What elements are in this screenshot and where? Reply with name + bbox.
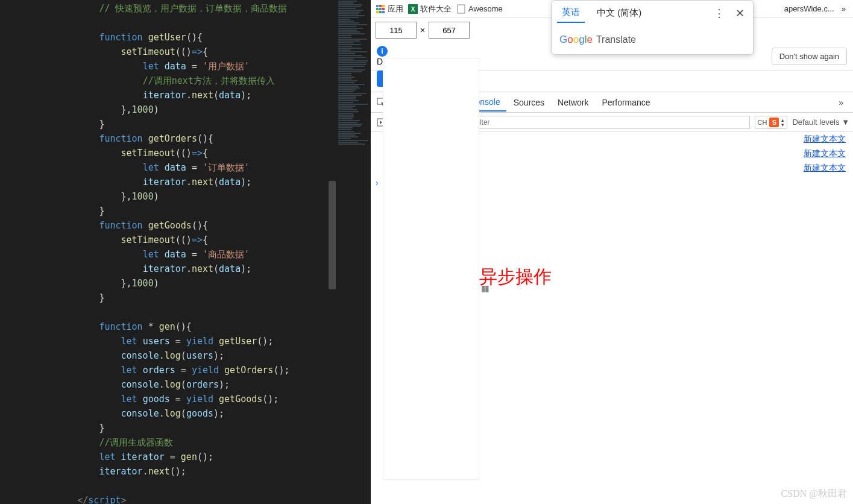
code-line[interactable]: } [34, 291, 371, 305]
code-area[interactable]: // 快速预览，用户数据，订单数据，商品数据 function getUser(… [29, 0, 371, 504]
code-line[interactable] [34, 479, 371, 493]
bookmark-overflow-icon[interactable]: » [839, 4, 848, 13]
translate-tab-chinese[interactable]: 中文 (简体) [592, 4, 646, 22]
svg-rect-0 [376, 5, 379, 7]
svg-rect-8 [382, 11, 385, 13]
code-line[interactable]: setTimeout(()=>{ [34, 45, 371, 59]
code-line[interactable]: function getGoods(){ [34, 218, 371, 233]
tab-performance[interactable]: Performance [596, 94, 656, 111]
code-line[interactable]: iterator.next(data); [34, 175, 371, 189]
code-line[interactable]: } [34, 117, 371, 131]
code-line[interactable]: setTimeout(()=>{ [34, 146, 371, 160]
code-line[interactable]: function getOrders(){ [34, 131, 371, 146]
code-line[interactable]: //调用生成器函数 [34, 435, 371, 450]
log-source-link[interactable]: 新建文本文 [804, 163, 846, 174]
svg-rect-4 [379, 8, 382, 10]
svg-rect-2 [382, 5, 385, 7]
tab-sources[interactable]: Sources [508, 94, 550, 111]
translate-menu-icon[interactable]: ⋮ [714, 7, 725, 20]
ime-indicator[interactable]: CH S ▴▾ [755, 116, 788, 129]
sogou-icon: S [769, 118, 779, 127]
bookmark-label: 应用 [388, 4, 403, 14]
code-line[interactable]: function * gen(){ [34, 320, 371, 334]
svg-rect-6 [376, 11, 379, 13]
info-icon: i [377, 46, 388, 57]
editor-gutter [0, 0, 29, 504]
bookmark-awesome[interactable]: Awesome [456, 4, 503, 14]
code-line[interactable]: let data = '用户数据' [34, 59, 371, 74]
code-line[interactable]: } [34, 421, 371, 435]
translate-close-icon[interactable]: ✕ [732, 7, 748, 20]
bookmark-apps[interactable]: 应用 [376, 4, 403, 14]
code-line[interactable]: },1000) [34, 189, 371, 204]
code-line[interactable]: //调用next方法，并将数据传入 [34, 74, 371, 88]
code-line[interactable]: </script> [34, 493, 371, 504]
bookmark-software[interactable]: X 软件大全 [408, 4, 452, 14]
translate-tab-english[interactable]: 英语 [557, 3, 585, 23]
log-source-link[interactable]: 新建文本文 [804, 134, 846, 145]
split-handle-icon[interactable]: ▮▮ [481, 283, 488, 293]
code-line[interactable]: console.log(orders); [34, 377, 371, 392]
bookmark-papers[interactable]: apersWide.c... [784, 4, 834, 13]
code-line[interactable]: setTimeout(()=>{ [34, 233, 371, 247]
code-line[interactable]: function getUser(){ [34, 30, 371, 45]
page-icon [456, 4, 466, 14]
page-preview [383, 58, 479, 480]
code-line[interactable] [34, 16, 371, 30]
code-line[interactable]: console.log(goods); [34, 406, 371, 421]
levels-selector[interactable]: Default levels ▼ [792, 118, 849, 127]
log-source-link[interactable]: 新建文本文 [804, 148, 846, 159]
svg-rect-5 [382, 8, 385, 10]
code-line[interactable]: },1000) [34, 102, 371, 117]
code-line[interactable]: iterator.next(); [34, 464, 371, 479]
excel-icon: X [408, 4, 418, 14]
bookmark-label: apersWide.c... [784, 4, 834, 13]
code-line[interactable] [34, 305, 371, 320]
translate-popup: 英语 中文 (简体) ⋮ ✕ Google Translate [552, 0, 754, 55]
tabs-overflow-icon[interactable]: » [833, 98, 849, 107]
code-line[interactable]: let users = yield getUser(); [34, 334, 371, 348]
times-label: × [420, 25, 425, 35]
tab-network[interactable]: Network [552, 94, 594, 111]
svg-rect-7 [379, 11, 382, 13]
code-line[interactable]: // 快速预览，用户数据，订单数据，商品数据 [34, 1, 371, 16]
ime-label: CH [758, 119, 767, 126]
minimap[interactable] [336, 0, 371, 504]
code-line[interactable]: let orders = yield getOrders(); [34, 363, 371, 377]
svg-rect-3 [376, 8, 379, 10]
code-editor[interactable]: // 快速预览，用户数据，订单数据，商品数据 function getUser(… [0, 0, 371, 504]
code-line[interactable]: console.log(users); [34, 348, 371, 363]
translate-label: Translate [596, 34, 636, 45]
code-line[interactable]: } [34, 204, 371, 218]
google-logo: Google [559, 34, 593, 46]
svg-rect-1 [379, 5, 382, 7]
width-input[interactable] [376, 22, 417, 39]
code-line[interactable]: iterator.next(data); [34, 262, 371, 276]
height-input[interactable] [429, 22, 470, 39]
svg-rect-11 [458, 5, 465, 13]
code-line[interactable]: let data = '订单数据' [34, 160, 371, 175]
code-line[interactable]: let data = '商品数据' [34, 247, 371, 262]
svg-text:X: X [411, 6, 415, 13]
dont-show-button[interactable]: Don't show again [772, 48, 847, 65]
code-line[interactable]: iterator.next(data); [34, 88, 371, 102]
ime-toggle-icon: ▴▾ [781, 118, 784, 127]
filter-input[interactable] [470, 116, 750, 129]
bookmark-label: 软件大全 [420, 4, 452, 14]
code-line[interactable]: },1000) [34, 276, 371, 291]
browser-pane: ▮▮ 应用 X 软件大全 Awesome apersWide.c... » [371, 0, 853, 504]
bookmark-label: Awesome [468, 4, 503, 13]
code-line[interactable]: let goods = yield getGoods(); [34, 392, 371, 406]
watermark: CSDN @秋田君 [781, 488, 847, 500]
scrollbar-vertical[interactable] [329, 181, 336, 289]
code-line[interactable]: let iterator = gen(); [34, 450, 371, 464]
apps-icon [376, 4, 385, 14]
